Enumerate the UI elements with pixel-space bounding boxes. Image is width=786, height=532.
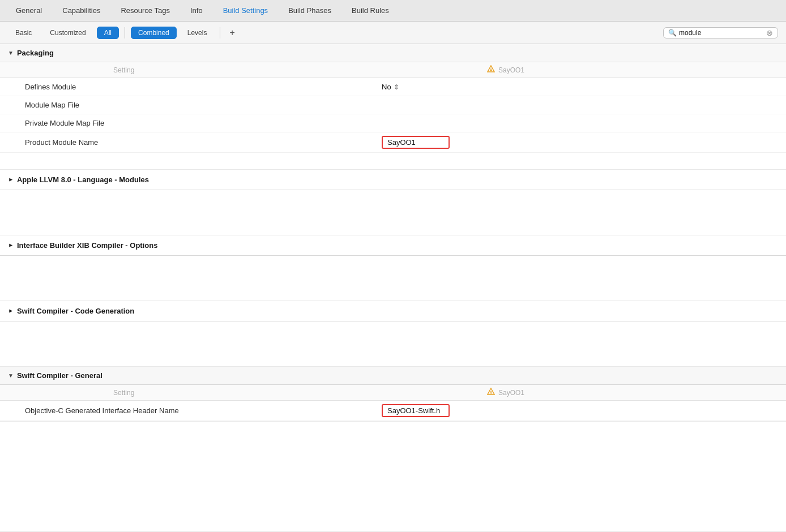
- setting-value-defines-module: No ⇕: [382, 83, 778, 91]
- filter-combined-button[interactable]: Combined: [131, 27, 177, 39]
- table-row: Objective-C Generated Interface Header N…: [0, 401, 786, 421]
- swift-general-col-headers: Setting A SayOO1: [0, 385, 786, 401]
- col-header-target-sg: A SayOO1: [487, 388, 524, 397]
- packaging-col-headers: Setting A SayOO1: [0, 62, 786, 78]
- table-row: Product Module Name SayOO1: [0, 132, 786, 153]
- filter-basic-button[interactable]: Basic: [8, 27, 39, 39]
- swift-general-section-header[interactable]: ▼ Swift Compiler - General: [0, 367, 786, 385]
- setting-name-product-module-name: Product Module Name: [8, 138, 382, 147]
- table-row: Module Map File: [0, 96, 786, 114]
- tab-build-rules[interactable]: Build Rules: [341, 2, 399, 19]
- objc-header-value[interactable]: SayOO1-Swift.h: [382, 404, 450, 417]
- defines-module-value[interactable]: No ⇕: [382, 83, 399, 91]
- target-icon: A: [487, 65, 495, 75]
- bottom-spacer: [0, 421, 786, 455]
- interface-builder-triangle-icon: ▼: [7, 243, 14, 248]
- search-box: 🔍 ⊗: [663, 27, 778, 38]
- setting-name-private-module-map-file: Private Module Map File: [8, 119, 382, 127]
- col-header-target: A SayOO1: [487, 65, 524, 75]
- tab-resource-tags[interactable]: Resource Tags: [110, 2, 180, 19]
- apple-llvm-spacer: [0, 190, 786, 235]
- setting-name-defines-module: Defines Module: [8, 83, 382, 91]
- filter-divider: [125, 27, 125, 38]
- filter-levels-button[interactable]: Levels: [180, 27, 215, 39]
- tab-build-settings[interactable]: Build Settings: [213, 2, 279, 19]
- setting-name-objc-header: Objective-C Generated Interface Header N…: [8, 406, 382, 415]
- swift-general-triangle-icon: ▼: [8, 372, 14, 379]
- swift-general-title: Swift Compiler - General: [17, 371, 102, 380]
- tab-build-phases[interactable]: Build Phases: [278, 2, 341, 19]
- packaging-section-header[interactable]: ▼ Packaging: [0, 44, 786, 62]
- tab-general[interactable]: General: [6, 2, 52, 19]
- svg-text:A: A: [489, 68, 492, 72]
- col-header-setting-sg: Setting: [113, 389, 487, 397]
- target-name-packaging: SayOO1: [498, 66, 524, 74]
- filter-all-button[interactable]: All: [97, 27, 119, 39]
- col-header-setting: Setting: [113, 66, 487, 74]
- product-module-name-value[interactable]: SayOO1: [382, 136, 450, 149]
- section-spacer: [0, 153, 786, 170]
- interface-builder-spacer: [0, 256, 786, 301]
- apple-llvm-triangle-icon: ▼: [7, 177, 14, 183]
- interface-builder-section-header[interactable]: ▼ Interface Builder XIB Compiler - Optio…: [0, 235, 786, 256]
- table-row: Private Module Map File: [0, 114, 786, 132]
- setting-name-module-map-file: Module Map File: [8, 101, 382, 109]
- add-filter-button[interactable]: +: [226, 28, 238, 38]
- svg-text:A: A: [489, 391, 492, 394]
- filter-divider-2: [220, 27, 220, 38]
- top-tab-bar: General Capabilities Resource Tags Info …: [0, 0, 786, 22]
- search-clear-button[interactable]: ⊗: [766, 29, 773, 37]
- packaging-triangle-icon: ▼: [8, 50, 14, 56]
- swift-code-gen-triangle-icon: ▼: [7, 308, 14, 314]
- filter-customized-button[interactable]: Customized: [42, 27, 93, 39]
- setting-value-product-module-name: SayOO1: [382, 136, 778, 149]
- main-content: ▼ Packaging Setting A SayOO1 Defines Mod…: [0, 44, 786, 531]
- search-input[interactable]: [679, 29, 764, 37]
- target-name-sg: SayOO1: [498, 389, 524, 397]
- defines-module-text: No: [382, 83, 391, 91]
- filter-bar: Basic Customized All Combined Levels + 🔍…: [0, 22, 786, 44]
- interface-builder-title: Interface Builder XIB Compiler - Options: [17, 241, 157, 250]
- swift-code-gen-title: Swift Compiler - Code Generation: [17, 307, 134, 315]
- apple-llvm-title: Apple LLVM 8.0 - Language - Modules: [17, 175, 149, 184]
- apple-llvm-section-header[interactable]: ▼ Apple LLVM 8.0 - Language - Modules: [0, 170, 786, 190]
- setting-value-objc-header: SayOO1-Swift.h: [382, 404, 778, 417]
- tab-capabilities[interactable]: Capabilities: [52, 2, 110, 19]
- swift-code-gen-spacer: [0, 321, 786, 367]
- packaging-title: Packaging: [17, 49, 54, 57]
- swift-code-gen-section-header[interactable]: ▼ Swift Compiler - Code Generation: [0, 301, 786, 321]
- tab-info[interactable]: Info: [180, 2, 213, 19]
- table-row: Defines Module No ⇕: [0, 78, 786, 96]
- target-icon-sg: A: [487, 388, 495, 397]
- defines-module-stepper[interactable]: ⇕: [394, 83, 399, 91]
- search-icon: 🔍: [668, 29, 677, 37]
